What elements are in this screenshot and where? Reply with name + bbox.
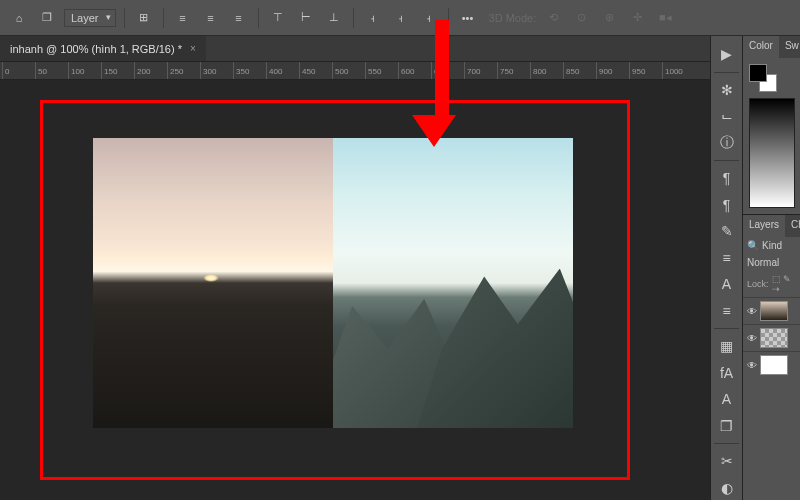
document-tabs: inhanh @ 100% (hình 1, RGB/16) * × — [0, 36, 800, 62]
layer-filter-row: 🔍 Kind — [743, 237, 800, 254]
layer-thumbnail[interactable] — [760, 355, 788, 375]
blend-mode-select[interactable]: Normal — [743, 254, 800, 271]
align-left-icon[interactable]: ≡ — [172, 7, 194, 29]
actions-icon[interactable]: ✂ — [714, 449, 740, 474]
layer-row[interactable]: 👁 — [743, 297, 800, 324]
histogram-icon[interactable]: ⌙ — [714, 104, 740, 129]
ruler-tick: 350 — [233, 62, 249, 79]
play-icon[interactable]: ▶ — [714, 42, 740, 67]
separator — [353, 8, 354, 28]
layers-panel-tabs: Layers Ch — [743, 215, 800, 237]
ruler-tick: 400 — [266, 62, 282, 79]
swatches-icon[interactable]: ▦ — [714, 334, 740, 359]
separator — [163, 8, 164, 28]
layer-row[interactable]: 👁 — [743, 351, 800, 378]
visibility-toggle-icon[interactable]: 👁 — [747, 360, 757, 371]
tab-color[interactable]: Color — [743, 36, 779, 58]
arrow-shaft — [435, 20, 449, 115]
document-tab[interactable]: inhanh @ 100% (hình 1, RGB/16) * × — [0, 36, 206, 61]
distribute-v-icon[interactable]: ⫞ — [390, 7, 412, 29]
ruler-tick: 600 — [398, 62, 414, 79]
libraries-icon[interactable]: ✻ — [714, 77, 740, 102]
align-bottom-icon[interactable]: ⊥ — [323, 7, 345, 29]
close-icon[interactable]: × — [190, 43, 196, 54]
3d-mode-label: 3D Mode: — [489, 12, 537, 24]
foreground-color-swatch[interactable] — [749, 64, 767, 82]
layer-comps-icon[interactable]: ❐ — [714, 414, 740, 439]
ruler-tick: 0 — [2, 62, 9, 79]
layer-thumbnail[interactable] — [760, 328, 788, 348]
ruler-tick: 500 — [332, 62, 348, 79]
layers-panel: Layers Ch 🔍 Kind Normal Lock: ⬚ ✎ ⇢ 👁 👁 … — [743, 214, 800, 378]
auto-select-icon[interactable]: ❐ — [36, 7, 58, 29]
paragraph-styles-icon[interactable]: ¶ — [714, 192, 740, 217]
align-right-icon[interactable]: ≡ — [228, 7, 250, 29]
ruler-tick: 200 — [134, 62, 150, 79]
info-icon[interactable]: ⓘ — [714, 130, 740, 155]
color-panel — [743, 58, 800, 214]
more-options-icon[interactable]: ••• — [457, 7, 479, 29]
glyphs-icon[interactable]: fA — [714, 360, 740, 385]
ruler-tick: 850 — [563, 62, 579, 79]
canvas-workspace[interactable] — [0, 80, 710, 500]
panel-dock: Color Sw Layers Ch 🔍 Kind Normal Lock: ⬚… — [742, 36, 800, 500]
separator — [258, 8, 259, 28]
3d-roll-icon: ⊙ — [570, 7, 592, 29]
align-middle-icon[interactable]: ⊢ — [295, 7, 317, 29]
visibility-toggle-icon[interactable]: 👁 — [747, 333, 757, 344]
separator — [124, 8, 125, 28]
ruler-tick: 1000 — [662, 62, 683, 79]
visibility-toggle-icon[interactable]: 👁 — [747, 306, 757, 317]
properties-icon[interactable]: ≡ — [714, 299, 740, 324]
canvas-image-right — [333, 138, 573, 428]
tab-layers[interactable]: Layers — [743, 215, 785, 237]
ruler-tick: 150 — [101, 62, 117, 79]
ruler-tick: 900 — [596, 62, 612, 79]
ruler-tick: 800 — [530, 62, 546, 79]
foreground-background-swatches[interactable] — [749, 64, 777, 92]
lock-label: Lock: — [747, 279, 769, 289]
layer-select[interactable]: Layer — [64, 9, 116, 27]
separator — [714, 443, 739, 444]
search-icon[interactable]: 🔍 — [747, 240, 759, 251]
ruler-horizontal[interactable]: 0 50 100 150 200 250 300 350 400 450 500… — [0, 62, 800, 80]
ruler-tick: 450 — [299, 62, 315, 79]
3d-orbit-icon: ⟲ — [542, 7, 564, 29]
tab-swatches[interactable]: Sw — [779, 36, 800, 58]
ruler-tick: 750 — [497, 62, 513, 79]
document-canvas[interactable] — [93, 138, 573, 428]
filter-kind-select[interactable]: Kind — [762, 240, 796, 251]
ruler-tick: 300 — [200, 62, 216, 79]
lock-icons[interactable]: ⬚ ✎ ⇢ — [772, 274, 796, 294]
layer-thumbnail[interactable] — [760, 301, 788, 321]
3d-slide-icon: ✢ — [626, 7, 648, 29]
adjustments-icon[interactable]: ◐ — [714, 475, 740, 500]
brush-icon[interactable]: ✎ — [714, 219, 740, 244]
character-styles-icon[interactable]: A — [714, 387, 740, 412]
3d-pan-icon: ⊛ — [598, 7, 620, 29]
brush-settings-icon[interactable]: ≡ — [714, 245, 740, 270]
annotation-highlight-box — [40, 100, 630, 480]
align-center-h-icon[interactable]: ≡ — [200, 7, 222, 29]
ruler-tick: 550 — [365, 62, 381, 79]
layer-row[interactable]: 👁 — [743, 324, 800, 351]
distribute-h-icon[interactable]: ⫞ — [362, 7, 384, 29]
separator — [714, 328, 739, 329]
ruler-tick: 250 — [167, 62, 183, 79]
tab-title: inhanh @ 100% (hình 1, RGB/16) * — [10, 43, 182, 55]
home-icon[interactable]: ⌂ — [8, 7, 30, 29]
3d-zoom-icon: ■◂ — [654, 7, 676, 29]
mountain-shape — [333, 269, 573, 429]
ruler-tick: 50 — [35, 62, 47, 79]
separator — [714, 72, 739, 73]
align-top-icon[interactable]: ⊤ — [267, 7, 289, 29]
color-ramp[interactable] — [749, 98, 795, 208]
sunset-glow — [203, 274, 219, 282]
transform-controls-icon[interactable]: ⊞ — [133, 7, 155, 29]
ruler-tick: 950 — [629, 62, 645, 79]
color-panel-tabs: Color Sw — [743, 36, 800, 58]
annotation-arrow — [427, 20, 456, 147]
tab-channels[interactable]: Ch — [785, 215, 800, 237]
character-icon[interactable]: A — [714, 272, 740, 297]
paragraph-icon[interactable]: ¶ — [714, 166, 740, 191]
